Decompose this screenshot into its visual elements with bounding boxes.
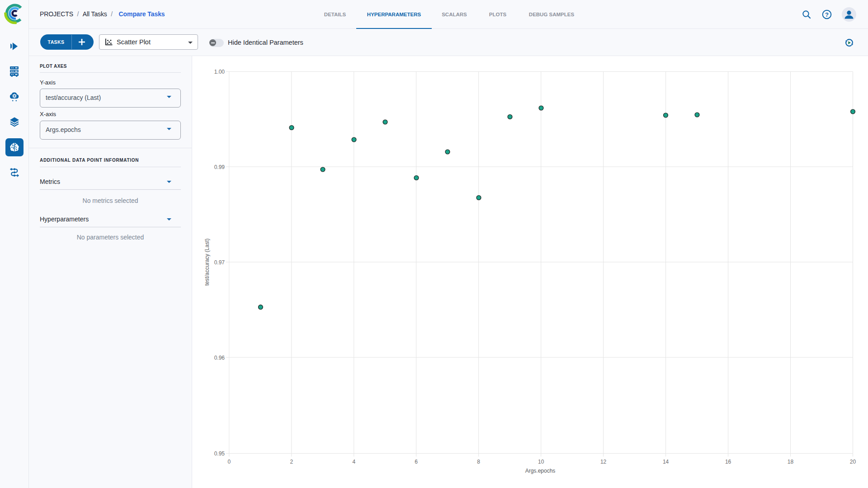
svg-text:1.00: 1.00: [214, 69, 225, 75]
svg-text:?: ?: [825, 11, 829, 18]
svg-text:12: 12: [600, 459, 607, 465]
svg-text:16: 16: [725, 459, 731, 465]
svg-text:0: 0: [227, 459, 231, 465]
svg-text:2: 2: [290, 459, 293, 465]
svg-text:6: 6: [415, 459, 418, 465]
svg-text:0.97: 0.97: [214, 259, 225, 266]
svg-text:0.96: 0.96: [214, 355, 225, 361]
svg-text:18: 18: [788, 459, 794, 465]
svg-text:14: 14: [663, 459, 669, 465]
svg-text:0.95: 0.95: [214, 450, 225, 457]
svg-text:20: 20: [850, 459, 856, 465]
svg-text:10: 10: [538, 459, 544, 465]
svg-text:4: 4: [352, 459, 355, 465]
svg-text:0.99: 0.99: [214, 164, 225, 170]
svg-text:8: 8: [477, 459, 480, 465]
svg-text:Args.epochs: Args.epochs: [525, 468, 556, 474]
svg-text:test/accuracy (Last): test/accuracy (Last): [204, 239, 210, 286]
